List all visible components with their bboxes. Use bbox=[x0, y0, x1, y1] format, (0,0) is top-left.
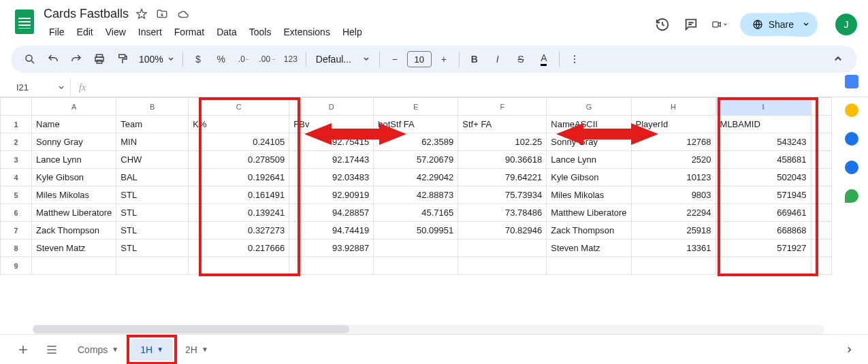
cell[interactable]: 669461 bbox=[716, 204, 811, 222]
increase-font-size-icon[interactable]: + bbox=[433, 48, 455, 70]
font-size-input[interactable]: 10 bbox=[407, 51, 432, 67]
menu-file[interactable]: File bbox=[44, 24, 70, 40]
more-formats-icon[interactable]: 123 bbox=[280, 48, 302, 70]
cell[interactable]: 9803 bbox=[631, 186, 716, 204]
cell[interactable]: 2520 bbox=[631, 151, 716, 169]
cell[interactable] bbox=[374, 257, 458, 275]
cell[interactable]: Lance Lynn bbox=[547, 151, 631, 169]
contacts-icon[interactable] bbox=[845, 161, 858, 174]
cell[interactable]: Miles Mikolas bbox=[547, 186, 631, 204]
cell[interactable]: 42.88873 bbox=[374, 186, 458, 204]
cell[interactable] bbox=[458, 239, 547, 257]
cell[interactable]: CHW bbox=[116, 151, 189, 169]
cell[interactable] bbox=[716, 257, 811, 275]
column-header[interactable]: I bbox=[716, 98, 811, 116]
cell[interactable]: 92.75415 bbox=[289, 133, 374, 151]
cell[interactable]: 458681 bbox=[716, 151, 811, 169]
column-header[interactable]: F bbox=[458, 98, 547, 116]
row-header[interactable]: 2 bbox=[1, 133, 32, 151]
cell[interactable]: 571927 bbox=[716, 239, 811, 257]
cell[interactable]: STL bbox=[116, 186, 189, 204]
cell[interactable]: 90.36618 bbox=[458, 151, 547, 169]
cell[interactable]: 57.20679 bbox=[374, 151, 458, 169]
all-sheets-button[interactable] bbox=[39, 337, 64, 362]
search-menus-icon[interactable] bbox=[19, 48, 41, 70]
comments-icon[interactable] bbox=[683, 16, 699, 33]
cell[interactable]: 62.3589 bbox=[374, 133, 458, 151]
horizontal-scrollbar[interactable] bbox=[33, 325, 824, 334]
cell[interactable] bbox=[547, 257, 631, 275]
column-header[interactable]: C bbox=[189, 98, 289, 116]
spreadsheet-grid[interactable]: ABCDEFGHI1NameTeamK%FBvbotStf FAStf+ FAN… bbox=[0, 97, 832, 275]
cell[interactable]: 70.82946 bbox=[458, 222, 547, 239]
calendar-icon[interactable] bbox=[845, 75, 858, 88]
cell[interactable]: 571945 bbox=[716, 186, 811, 204]
cell[interactable]: Lance Lynn bbox=[32, 151, 116, 169]
name-box[interactable]: I21 bbox=[11, 78, 71, 97]
cell[interactable]: Zack Thompson bbox=[32, 222, 116, 239]
cell[interactable]: 94.28857 bbox=[289, 204, 374, 222]
cell[interactable]: 50.09951 bbox=[374, 222, 458, 239]
row-header[interactable]: 1 bbox=[1, 116, 32, 133]
cell[interactable]: Sonny Gray bbox=[32, 133, 116, 151]
maps-icon[interactable] bbox=[845, 189, 858, 203]
cell[interactable]: Miles Mikolas bbox=[32, 186, 116, 204]
row-header[interactable]: 9 bbox=[1, 257, 32, 275]
menu-format[interactable]: Format bbox=[169, 24, 210, 40]
history-icon[interactable] bbox=[654, 16, 671, 33]
font-select[interactable]: Defaul... bbox=[310, 54, 375, 65]
cell[interactable]: MIN bbox=[116, 133, 189, 151]
cell[interactable]: STL bbox=[116, 239, 189, 257]
column-header[interactable]: G bbox=[547, 98, 631, 116]
cell[interactable]: Steven Matz bbox=[547, 239, 631, 257]
cloud-status-icon[interactable] bbox=[176, 8, 190, 20]
cell[interactable]: 10123 bbox=[631, 169, 716, 186]
cell[interactable]: Sonny Gray bbox=[547, 133, 631, 151]
sheet-tab-1h[interactable]: 1H▼ bbox=[131, 339, 173, 361]
header-cell[interactable]: botStf FA bbox=[374, 116, 458, 133]
sheets-logo[interactable] bbox=[11, 8, 38, 35]
paint-format-icon[interactable] bbox=[112, 48, 133, 70]
cell[interactable]: 0.139241 bbox=[189, 204, 289, 222]
cell[interactable]: 668868 bbox=[716, 222, 811, 239]
cell[interactable]: 502043 bbox=[716, 169, 811, 186]
cell[interactable]: 12768 bbox=[631, 133, 716, 151]
cell[interactable]: 0.327273 bbox=[189, 222, 289, 239]
sheet-tab-comps[interactable]: Comps▼ bbox=[68, 339, 128, 361]
header-cell[interactable]: NameASCII bbox=[547, 116, 631, 133]
cell[interactable]: BAL bbox=[116, 169, 189, 186]
cell[interactable]: 0.192641 bbox=[189, 169, 289, 186]
move-icon[interactable] bbox=[156, 8, 168, 20]
cell[interactable] bbox=[458, 257, 547, 275]
increase-decimal-icon[interactable]: .00→ bbox=[257, 48, 278, 70]
star-icon[interactable] bbox=[135, 8, 148, 20]
cell[interactable]: 73.78486 bbox=[458, 204, 547, 222]
cell[interactable] bbox=[374, 239, 458, 257]
cell[interactable] bbox=[289, 257, 374, 275]
cell[interactable] bbox=[32, 257, 116, 275]
row-header[interactable]: 3 bbox=[1, 151, 32, 169]
header-cell[interactable]: Stf+ FA bbox=[458, 116, 547, 133]
cell[interactable]: 42.29042 bbox=[374, 169, 458, 186]
redo-icon[interactable] bbox=[65, 48, 87, 70]
account-avatar[interactable]: J bbox=[835, 14, 857, 35]
cell[interactable]: 92.90919 bbox=[289, 186, 374, 204]
strikethrough-icon[interactable]: S bbox=[510, 48, 532, 70]
header-cell[interactable]: FBv bbox=[289, 116, 374, 133]
menu-extensions[interactable]: Extensions bbox=[278, 24, 335, 40]
cell[interactable]: 0.24105 bbox=[189, 133, 289, 151]
column-header[interactable]: D bbox=[289, 98, 374, 116]
currency-icon[interactable]: $ bbox=[187, 48, 209, 70]
share-dropdown[interactable] bbox=[794, 12, 818, 37]
cell[interactable]: Zack Thompson bbox=[547, 222, 631, 239]
column-header[interactable]: E bbox=[374, 98, 458, 116]
keep-icon[interactable] bbox=[845, 103, 858, 117]
cell[interactable] bbox=[189, 257, 289, 275]
document-title[interactable]: Cards Fastballs bbox=[44, 7, 129, 21]
more-toolbar-icon[interactable] bbox=[564, 48, 585, 70]
bold-icon[interactable]: B bbox=[464, 48, 485, 70]
cell[interactable]: 94.74419 bbox=[289, 222, 374, 239]
add-sheet-button[interactable] bbox=[11, 337, 35, 362]
cell[interactable]: 93.92887 bbox=[289, 239, 374, 257]
cell[interactable]: 92.17443 bbox=[289, 151, 374, 169]
